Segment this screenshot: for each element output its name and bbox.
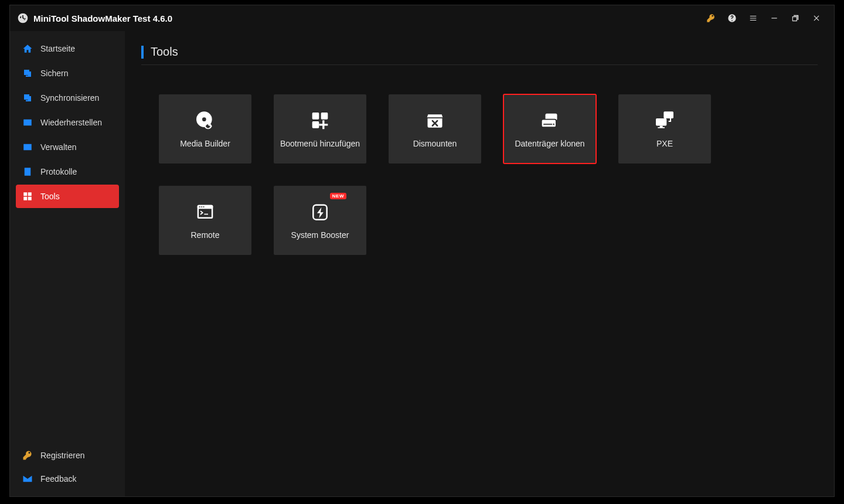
- svg-point-1: [202, 117, 206, 121]
- tools-grid: Media Builder Bootmenü hinzufügen Dismou…: [159, 94, 818, 255]
- sidebar-item-label: Protokolle: [40, 167, 77, 176]
- help-icon[interactable]: [722, 8, 743, 29]
- home-icon: [22, 43, 33, 55]
- tool-label: Media Builder: [178, 139, 233, 148]
- svg-rect-9: [660, 126, 663, 128]
- tool-label: PXE: [654, 139, 675, 148]
- sidebar-item-wiederherstellen[interactable]: Wiederherstellen: [16, 111, 119, 134]
- disc-icon: [192, 110, 218, 133]
- bolt-badge-icon: [307, 201, 333, 224]
- sidebar-item-label: Sichern: [40, 69, 68, 78]
- log-icon: [22, 166, 33, 178]
- svg-rect-8: [656, 118, 666, 126]
- tool-tile-bootmenu[interactable]: Bootmenü hinzufügen: [274, 94, 366, 164]
- tool-label: Datenträger klonen: [512, 139, 587, 148]
- drives-icon: [537, 110, 563, 133]
- nav-list: Startseite Sichern Synchronisieren Wiede…: [16, 37, 119, 208]
- tool-label: Bootmenü hinzufügen: [278, 139, 362, 148]
- backup-icon: [22, 67, 33, 79]
- sidebar-item-label: Feedback: [40, 474, 76, 483]
- header-accent-bar: [141, 46, 144, 59]
- sidebar-item-synchronisieren[interactable]: Synchronisieren: [16, 86, 119, 110]
- manage-icon: [22, 141, 33, 153]
- tool-tile-remote[interactable]: Remote: [159, 186, 251, 255]
- svg-rect-10: [658, 127, 665, 128]
- app-title: MiniTool ShadowMaker Test 4.6.0: [33, 13, 172, 23]
- svg-point-16: [201, 206, 202, 207]
- new-badge: NEW: [330, 193, 346, 199]
- tool-tile-dismount[interactable]: Dismounten: [389, 94, 481, 164]
- terminal-icon: [192, 201, 218, 224]
- register-key-icon[interactable]: [700, 8, 722, 29]
- sidebar-item-tools[interactable]: Tools: [16, 185, 119, 208]
- sidebar-item-label: Startseite: [40, 44, 75, 53]
- grid-add-icon: [307, 110, 333, 133]
- maximize-icon[interactable]: [785, 8, 806, 29]
- key-icon: [22, 449, 33, 461]
- sidebar-item-label: Verwalten: [40, 142, 76, 152]
- tool-tile-system-booster[interactable]: NEW System Booster: [274, 186, 366, 255]
- tool-label: System Booster: [289, 230, 352, 240]
- sidebar-item-startseite[interactable]: Startseite: [16, 37, 119, 60]
- mail-icon: [22, 473, 33, 485]
- sidebar-item-label: Wiederherstellen: [40, 118, 102, 127]
- restore-icon: [22, 117, 33, 128]
- sidebar-item-feedback[interactable]: Feedback: [16, 467, 119, 491]
- sidebar-item-label: Tools: [40, 192, 60, 201]
- svg-point-17: [203, 206, 205, 207]
- svg-point-15: [199, 206, 200, 207]
- content-area: Tools Media Builder Bootmenü hinzufügen: [125, 31, 834, 496]
- svg-rect-3: [321, 113, 328, 120]
- close-icon[interactable]: [806, 8, 827, 29]
- network-monitors-icon: [652, 110, 678, 133]
- minimize-icon[interactable]: [764, 8, 785, 29]
- svg-rect-7: [663, 111, 673, 118]
- page-header: Tools: [141, 45, 818, 65]
- tool-label: Dismounten: [411, 139, 460, 148]
- svg-rect-4: [312, 121, 319, 128]
- titlebar: MiniTool ShadowMaker Test 4.6.0: [10, 5, 834, 31]
- svg-rect-2: [312, 113, 319, 120]
- svg-rect-5: [543, 124, 552, 125]
- tool-label: Remote: [188, 230, 222, 240]
- sidebar-item-label: Registrieren: [40, 451, 84, 460]
- app-window: MiniTool ShadowMaker Test 4.6.0 Startsei…: [9, 5, 835, 497]
- page-title: Tools: [151, 45, 178, 59]
- sidebar: Startseite Sichern Synchronisieren Wiede…: [10, 31, 125, 496]
- tool-tile-pxe[interactable]: PXE: [618, 94, 711, 164]
- sync-icon: [22, 92, 33, 104]
- svg-point-6: [553, 124, 554, 125]
- sidebar-item-label: Synchronisieren: [40, 93, 99, 103]
- tools-icon: [22, 190, 33, 202]
- app-body: Startseite Sichern Synchronisieren Wiede…: [10, 31, 834, 496]
- app-logo-icon: [17, 12, 29, 24]
- tool-tile-clone-disk[interactable]: Datenträger klonen: [503, 94, 596, 164]
- menu-icon[interactable]: [743, 8, 764, 29]
- svg-rect-14: [204, 214, 208, 215]
- sidebar-item-verwalten[interactable]: Verwalten: [16, 135, 119, 159]
- sidebar-item-registrieren[interactable]: Registrieren: [16, 444, 119, 467]
- svg-rect-13: [199, 209, 212, 217]
- sidebar-bottom: Registrieren Feedback: [16, 444, 119, 491]
- box-x-icon: [422, 110, 448, 133]
- sidebar-item-protokolle[interactable]: Protokolle: [16, 160, 119, 183]
- sidebar-item-sichern[interactable]: Sichern: [16, 62, 119, 85]
- tool-tile-media-builder[interactable]: Media Builder: [159, 94, 251, 164]
